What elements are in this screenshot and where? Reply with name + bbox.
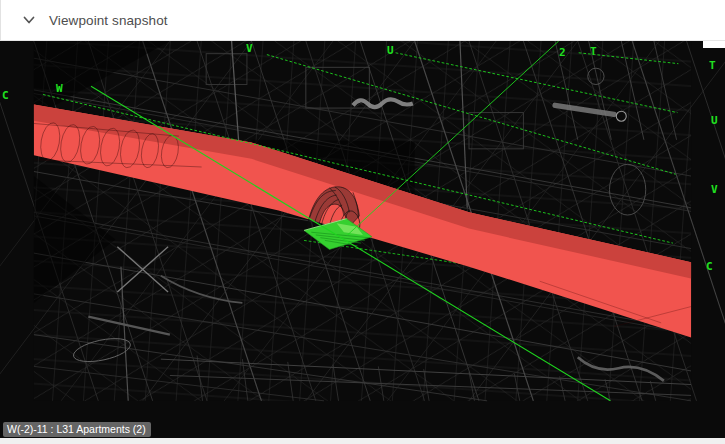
grid-label-U-top: U [387, 45, 394, 56]
wireframe-3d-model [0, 41, 725, 438]
grid-label-T-top: T [590, 46, 597, 57]
corner-notch [703, 41, 725, 48]
chevron-down-icon[interactable] [21, 12, 37, 28]
grid-label-T-right: T [709, 60, 716, 71]
snapshot-viewport[interactable]: C W V U 2 T T U V C W(-2)-11 : L31 Apart… [0, 41, 725, 438]
grid-label-C-right: C [706, 261, 713, 272]
footer-strip [0, 438, 725, 444]
panel-header[interactable]: Viewpoint snapshot [0, 0, 725, 41]
panel-title: Viewpoint snapshot [49, 13, 168, 28]
grid-label-U-right: U [711, 115, 718, 126]
grid-label-2-top: 2 [559, 47, 566, 58]
grid-label-V-right: V [711, 184, 718, 195]
grid-label-V-top: V [246, 43, 253, 54]
selection-location-chip: W(-2)-11 : L31 Apartments (2) [3, 422, 151, 437]
grid-label-C-left: C [2, 90, 9, 101]
grid-label-W-left: W [56, 83, 63, 94]
viewpoint-snapshot-panel: Viewpoint snapshot [0, 0, 725, 444]
